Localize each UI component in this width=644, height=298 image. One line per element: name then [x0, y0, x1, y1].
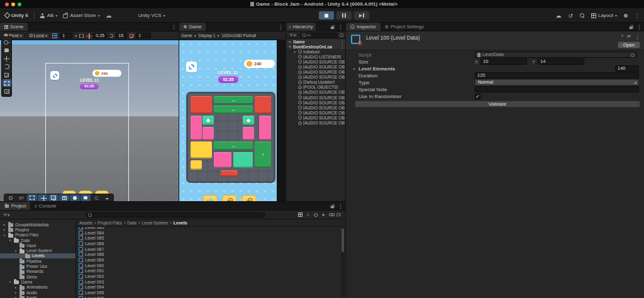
- hierarchy-scene-row[interactable]: ▾DontDestroyOnLoa⋮: [286, 44, 345, 49]
- asset-row-level-090[interactable]: Level 090: [76, 263, 340, 268]
- hierarchy-object-row[interactable]: [POOL OBJECTS]: [286, 85, 345, 90]
- asset-row-level-086[interactable]: Level 086: [76, 241, 340, 246]
- hierarchy-object-row[interactable]: [AUDIO SOURCE OB: [286, 121, 345, 126]
- puzzle-block[interactable]: ◆: [203, 116, 214, 125]
- lock-icon[interactable]: [331, 25, 335, 29]
- rotate-snap-icon[interactable]: [109, 34, 113, 38]
- move-snap-icon[interactable]: [86, 33, 91, 38]
- puzzle-block[interactable]: [243, 127, 254, 140]
- hierarchy-object-row[interactable]: [AUDIO LISTENER]: [286, 54, 345, 59]
- layout-dropdown[interactable]: Layout▾: [591, 13, 617, 18]
- locked-booster2-button[interactable]: Level 16: [242, 195, 257, 201]
- freeze-booster-button[interactable]: 0: [203, 195, 218, 201]
- unity-hub-button[interactable]: Unity 6: [5, 13, 28, 18]
- puzzle-block[interactable]: [191, 160, 202, 170]
- asset-row-level-092[interactable]: Level 092: [76, 273, 340, 279]
- project-tree-folder-power-ups[interactable]: Power Ups: [0, 263, 75, 268]
- settings-button[interactable]: [186, 62, 197, 72]
- tab-console[interactable]: ≡ Console: [30, 202, 60, 210]
- pan-tool-button[interactable]: [3, 47, 11, 54]
- project-tree-folder-data[interactable]: ▾Data: [0, 238, 75, 243]
- play-button[interactable]: [318, 11, 335, 20]
- asset-row-level-085[interactable]: Level 085: [76, 235, 340, 241]
- camera-overlay-button[interactable]: [48, 194, 58, 201]
- puzzle-block[interactable]: ↑: [191, 141, 212, 158]
- project-tree-folder-project-files[interactable]: ▾Project Files: [0, 233, 75, 238]
- filter-by-label-icon[interactable]: [314, 213, 318, 217]
- duration-field[interactable]: 120: [475, 72, 639, 79]
- breadcrumb-segment[interactable]: Levels: [174, 221, 187, 225]
- project-tree-folder-levels[interactable]: Levels: [0, 253, 75, 258]
- hierarchy-object-row[interactable]: [AUDIO SOURCE OB: [286, 115, 345, 120]
- game-screen[interactable]: 240 LEVEL 11 01:35 ↔↔◆◆↑↔↑ 0 Level 15 Le…: [179, 40, 277, 201]
- breadcrumb-segment[interactable]: Assets: [79, 221, 92, 225]
- cloud-services-button[interactable]: ☁: [555, 13, 561, 19]
- account-dropdown[interactable]: AB▾: [40, 13, 58, 18]
- project-tree-folder-animations[interactable]: ▸Animations: [0, 285, 75, 290]
- help-icon[interactable]: ?: [621, 34, 623, 40]
- project-tree-folder-googlemobileads[interactable]: ▸GoogleMobileAds: [0, 222, 75, 227]
- hierarchy-object-row[interactable]: [AUDIO SOURCE OB: [286, 95, 345, 100]
- close-window-button[interactable]: [5, 3, 9, 6]
- breadcrumb-segment[interactable]: Level System: [142, 221, 168, 225]
- object-picker-icon[interactable]: [631, 53, 635, 57]
- move-snap-field[interactable]: 0.25: [93, 33, 107, 38]
- search-button[interactable]: [580, 13, 584, 18]
- scene-more-menu[interactable]: ⋮: [171, 24, 177, 30]
- scene-tools-st-button[interactable]: ST: [16, 194, 26, 201]
- presets-icon[interactable]: ⇄: [627, 34, 631, 40]
- hierarchy-search-input[interactable]: All: [299, 33, 338, 38]
- lock-icon[interactable]: [331, 204, 335, 208]
- scale-tool-button[interactable]: [3, 71, 11, 79]
- scrollbar-thumb[interactable]: [341, 228, 344, 252]
- create-object-button[interactable]: +▾: [288, 32, 297, 38]
- rect-overlay-button[interactable]: [27, 194, 37, 201]
- puzzle-block[interactable]: [191, 116, 202, 140]
- hierarchy-object-row[interactable]: [AUDIO SOURCE OB: [286, 100, 345, 105]
- asset-row-level-088[interactable]: Level 088: [76, 251, 340, 257]
- game-more-menu[interactable]: ⋮: [278, 24, 284, 30]
- scene-search-button[interactable]: [91, 194, 101, 201]
- zoom-window-button[interactable]: [18, 3, 21, 6]
- hierarchy-object-row[interactable]: [AUDIO SOURCE OB: [286, 105, 345, 110]
- project-tree-folder-plugins[interactable]: ▸Plugins: [0, 227, 75, 232]
- foldout-arrow-icon[interactable]: ▸: [353, 67, 355, 70]
- project-tree-folder-rewards[interactable]: Rewards: [0, 269, 75, 274]
- toolbar-more-menu[interactable]: ⋮: [635, 13, 640, 19]
- asset-store-dropdown[interactable]: Asset Store▾: [63, 13, 99, 18]
- hierarchy-object-row[interactable]: [AUDIO SOURCE OB: [286, 110, 345, 115]
- hierarchy-object-row[interactable]: [AUDIO SOURCE OB: [286, 64, 345, 69]
- inspector-more-menu[interactable]: ⋮: [636, 24, 642, 30]
- puzzle-block[interactable]: [221, 170, 238, 177]
- puzzle-block[interactable]: ◆: [243, 116, 254, 125]
- breadcrumb-segment[interactable]: Data: [127, 221, 136, 225]
- pause-button[interactable]: [336, 11, 352, 20]
- asset-row-level-091[interactable]: Level 091: [76, 268, 340, 274]
- hierarchy-object-row[interactable]: [AUDIO SOURCE OB: [286, 90, 345, 95]
- transform-tool-button[interactable]: [3, 87, 11, 95]
- special-note-field[interactable]: [475, 86, 639, 92]
- scale-snap-icon[interactable]: [130, 34, 133, 38]
- search-in-packages-icon[interactable]: [298, 212, 303, 217]
- asset-row-level-084[interactable]: Level 084: [76, 230, 340, 236]
- view-tool-button[interactable]: ▾: [3, 38, 11, 46]
- inspector-context-menu[interactable]: ⋮: [635, 34, 640, 40]
- hidden-packages-count[interactable]: 23: [329, 212, 341, 217]
- project-tree-folder-pipeline[interactable]: Pipeline: [0, 258, 75, 263]
- project-search-input[interactable]: [86, 212, 265, 218]
- rect-tool-button[interactable]: [3, 79, 11, 87]
- project-more-menu[interactable]: ⋮: [338, 203, 343, 209]
- hierarchy-scene-row[interactable]: ▸Game⋮: [286, 39, 345, 44]
- asset-row-level-089[interactable]: Level 089: [76, 257, 340, 263]
- project-tree-folder-skins[interactable]: Skins: [0, 274, 75, 279]
- hierarchy-object-row[interactable]: ▸Initializer: [286, 49, 345, 54]
- cloud-overlay-button[interactable]: ☁: [102, 194, 112, 201]
- asset-row-level-087[interactable]: Level 087: [76, 246, 340, 252]
- puzzle-block[interactable]: ↔: [214, 141, 253, 150]
- breadcrumb-segment[interactable]: Project Files: [97, 221, 122, 225]
- import-icon[interactable]: ⇩: [306, 212, 310, 218]
- tab-hierarchy[interactable]: ≡ Hierarchy: [286, 23, 316, 31]
- type-dropdown[interactable]: Normal ▾: [475, 79, 639, 86]
- resolution-dropdown[interactable]: 1920x1080 Portrait: [221, 33, 256, 38]
- puzzle-block[interactable]: [233, 152, 253, 168]
